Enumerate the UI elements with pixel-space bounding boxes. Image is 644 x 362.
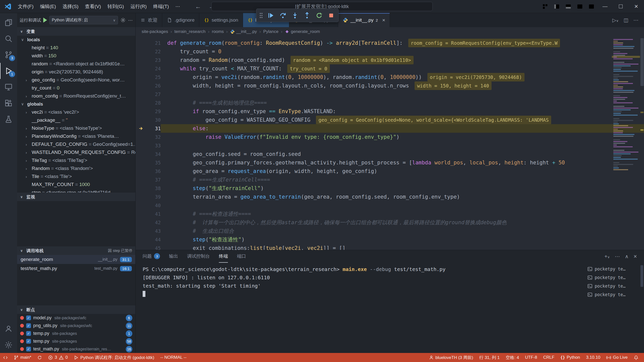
panel-tab-终端[interactable]: 终端 [219,250,228,263]
variable-WASTELAND_ROOM_REQUEST_CONFIG[interactable]: ›WASTELAND_ROOM_REQUEST_CONFIG = RoomR… [17,148,135,156]
glyph-margin[interactable] [136,193,147,201]
variable-PlanetaryWindConfig[interactable]: ›PlanetaryWindConfig = <class 'Planeta… [17,132,135,140]
breadcrumb-item[interactable]: site-packages [142,29,168,34]
scope-globals[interactable]: ∨globals [17,100,135,108]
toolbar-drag-handle[interactable] [258,10,264,21]
status-remote[interactable] [0,353,11,362]
status-sync[interactable] [34,353,45,362]
activity-run-debug-icon[interactable]: 1 [0,63,17,79]
activity-extensions-icon[interactable] [0,95,17,111]
debug-gear-icon[interactable] [120,17,126,23]
scope-locals[interactable]: ∨locals [17,36,135,44]
panel-tab-调试控制台[interactable]: 调试控制台 [187,250,210,263]
scrollbar-thumb[interactable] [640,38,644,86]
stack-frame-generate_room[interactable]: generate_room__init__.py31:1 [17,255,135,264]
breakpoint-checkbox[interactable]: ✓ [26,339,31,344]
debug-continue-icon[interactable] [265,10,276,21]
status-main*[interactable]: main* [11,353,34,362]
minimize-button[interactable]: — [597,0,613,13]
variable-vec2i[interactable]: ›vec2i = <class 'vec2i'> [17,108,135,116]
glyph-margin[interactable] [136,184,147,193]
glyph-margin[interactable] [136,64,147,73]
breadcrumb-item[interactable]: __init__.py [230,29,257,34]
glyph-margin[interactable] [136,39,147,47]
glyph-margin[interactable] [136,141,147,150]
status-UTF-8[interactable]: UTF-8 [522,353,540,362]
glyph-margin[interactable] [136,218,147,227]
toggle-sidebar-icon[interactable] [551,1,562,12]
breadcrumb-item[interactable]: rooms [212,29,224,34]
close-window-button[interactable]: × [628,0,644,13]
menu-item[interactable]: 运行(R) [127,0,150,13]
glyph-margin[interactable] [136,244,147,250]
debug-step-into-icon[interactable] [289,10,301,21]
terminal[interactable]: PS C:\computer_science\godot-ldtk\site-p… [136,263,644,353]
status-3[interactable]: 30 [45,353,71,362]
customize-layout-icon[interactable] [586,1,597,12]
nav-back-icon[interactable]: ← [195,3,201,10]
accounts-icon[interactable] [0,321,17,337]
status-3.10.10[interactable]: 3.10.10 [583,353,603,362]
variable-TileTag[interactable]: ›TileTag = <class 'TileTag'> [17,156,135,164]
breakpoint-checkbox[interactable]: ✓ [26,331,31,336]
breakpoint-checkbox[interactable]: ✓ [26,347,31,351]
settings-gear-icon[interactable] [0,337,17,353]
status--- NORMAL --[interactable]: -- NORMAL -- [157,353,189,362]
glyph-margin[interactable] [136,227,147,235]
breakpoint-temp.py[interactable]: ✓temp.pysite-packages1 [17,330,135,337]
sidebar-more-icon[interactable]: ⋯ [128,17,133,23]
overview-ruler[interactable] [640,36,644,250]
maximize-button[interactable] [613,0,628,13]
menu-item[interactable]: ⋯ [172,0,183,13]
breakpoint-temp.py[interactable]: ✓temp.pysite-packages58 [17,337,135,345]
activity-search-icon[interactable] [0,31,17,47]
stack-frame-test/test_math.py[interactable]: test/test_math.pytest_math.py16:1 [17,264,135,273]
panel-tab-端口[interactable]: 端口 [237,250,246,263]
glyph-margin[interactable] [136,175,147,184]
status-Python[interactable]: {}Python [557,353,583,362]
status-Python 调试程序: 启动文件 (godot-ldtk)[interactable]: Python 调试程序: 启动文件 (godot-ldtk) [71,353,157,362]
breadcrumb-item[interactable]: Pylance [263,29,278,34]
variable-MAX_TRY_COUNT[interactable]: MAX_TRY_COUNT = 1000 [17,180,135,189]
variable-random[interactable]: random = <Random object at 0x1bf9d01e… [17,60,135,68]
debug-stop-icon[interactable] [325,10,337,21]
glyph-margin[interactable] [136,56,147,64]
watch-section-header[interactable]: ∨ 监视 [17,193,135,201]
variable-Tile[interactable]: ›Tile = <class 'Tile'> [17,172,135,180]
glyph-margin[interactable] [136,133,147,141]
panel-more-icon[interactable]: ⋯ [615,253,620,259]
run-python-file-icon[interactable]: ▷∨ [612,17,619,23]
status-blueloveTH (3 周前)[interactable]: blueloveTH (3 周前) [426,353,476,362]
activity-source-control-icon[interactable]: 3 [0,47,17,63]
toggle-panel-icon[interactable] [562,1,574,12]
callstack-section-header[interactable]: ∨ 调用堆栈 因 step 已暂停 [17,246,135,255]
menu-item[interactable]: 文件(F) [15,0,37,13]
menu-item[interactable]: 选择(S) [59,0,82,13]
glyph-margin[interactable] [136,167,147,175]
variable-__package__[interactable]: __package__ = '' [17,116,135,124]
breakpoint-model.py[interactable]: ✓model.pysite-packages\wfc6 [17,314,135,322]
new-terminal-icon[interactable]: +∨ [605,254,610,259]
current-line-arrow-icon[interactable] [136,124,147,133]
status-空格: 4[interactable]: 空格: 4 [503,353,522,362]
glyph-margin[interactable] [136,158,147,167]
code-editor[interactable]: 21def generate_room(room_config: RoomReq… [136,36,644,250]
tab-.gdignore[interactable]: .gdignore [162,13,199,27]
breakpoints-section-header[interactable]: ∨ 断点 [17,305,135,314]
glyph-margin[interactable] [136,201,147,210]
glyph-margin[interactable] [136,150,147,158]
glyph-margin[interactable] [136,210,147,218]
activity-remote-explorer-icon[interactable] [0,79,17,95]
glyph-margin[interactable] [136,107,147,116]
tab-settings.json[interactable]: {}settings.json [199,13,243,27]
panel-maximize-icon[interactable]: ∧ [625,253,629,259]
terminal-tab-item[interactable]: pocketpy te… [587,265,636,273]
split-editor-icon[interactable]: ◫ [624,17,628,23]
toggle-secondary-sidebar-icon[interactable] [574,1,586,12]
panel-tab-输出[interactable]: 输出 [169,250,178,263]
close-tab-icon[interactable]: × [382,17,385,23]
panel-tab-问题[interactable]: 问题3 [143,250,160,263]
status-CRLF[interactable]: CRLF [540,353,557,362]
terminal-scrollbar[interactable] [640,265,643,287]
variable-height[interactable]: height = 140 [17,44,135,52]
